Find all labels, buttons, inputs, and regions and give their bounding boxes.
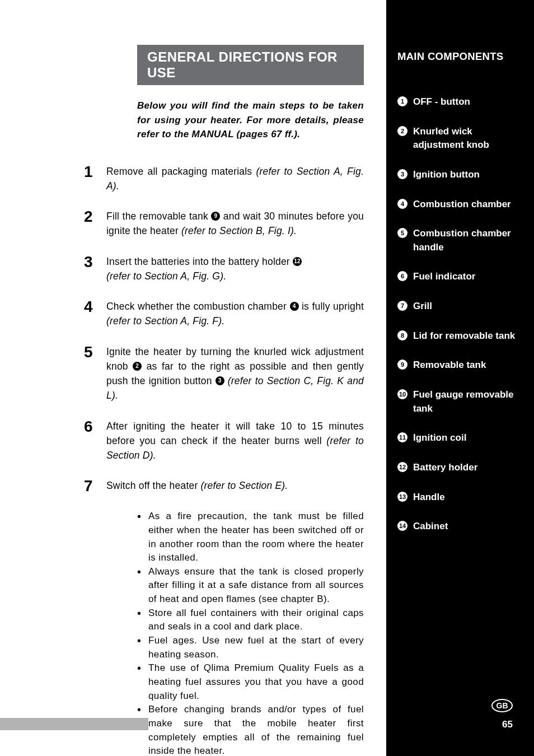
step-4: 4 Check whether the combustion chamber 4… [84, 299, 364, 329]
precaution-item: • Always ensure that the tank is closed … [137, 565, 364, 606]
step-text: Switch off the heater (refer to Section … [106, 478, 364, 493]
step-number: 2 [84, 209, 106, 225]
precaution-item: • As a fire precaution, the tank must be… [137, 510, 364, 565]
component-number-icon: 5 [397, 228, 407, 238]
step-5: 5 Ignite the heater by turning the knurl… [84, 344, 364, 403]
component-item: 10 Fuel gauge removable tank [397, 388, 517, 416]
component-number-icon: 3 [397, 169, 407, 179]
bullet-icon: • [137, 634, 148, 661]
circled-ref-icon: 9 [211, 212, 220, 221]
component-item: 13 Handle [397, 491, 517, 505]
circled-ref-icon: 3 [216, 376, 224, 385]
component-item: 11 Ignition coil [397, 431, 517, 445]
sidebar-title: MAIN COMPONENTS [397, 50, 517, 63]
step-number: 4 [84, 299, 106, 315]
component-number-icon: 10 [397, 389, 407, 399]
step-1: 1 Remove all packaging materials (refer … [84, 164, 364, 194]
step-text: After igniting the heater it will take 1… [106, 419, 364, 463]
intro-paragraph: Below you will find the main steps to be… [137, 99, 364, 142]
component-number-icon: 12 [397, 462, 407, 472]
page-number: 65 [502, 719, 513, 730]
step-text: Insert the batteries into the battery ho… [106, 254, 364, 284]
component-item: 2 Knurled wick adjustment knob [397, 125, 517, 152]
circled-ref-icon: 4 [290, 302, 299, 311]
bullet-icon: • [137, 606, 148, 634]
component-number-icon: 1 [397, 96, 407, 106]
precaution-item: • The use of Qlima Premium Quality Fuels… [137, 661, 364, 703]
precaution-item: • Before changing brands and/or types of… [137, 703, 364, 756]
component-item: 6 Fuel indicator [397, 270, 517, 284]
step-text: Ignite the heater by turning the knurled… [106, 344, 364, 403]
component-item: 5 Combustion chamber handle [397, 227, 517, 254]
bullet-icon: • [137, 510, 148, 565]
component-number-icon: 13 [397, 492, 407, 502]
circled-ref-icon: 12 [293, 257, 302, 266]
step-text: Remove all packaging materials (refer to… [106, 164, 364, 194]
component-number-icon: 2 [397, 126, 407, 136]
step-number: 5 [84, 344, 106, 360]
component-item: 8 Lid for removable tank [397, 329, 517, 343]
footer-bar [0, 718, 148, 730]
component-number-icon: 8 [397, 330, 407, 340]
bullet-icon: • [137, 661, 148, 703]
component-item: 9 Removable tank [397, 358, 517, 372]
circled-ref-icon: 2 [133, 362, 142, 371]
component-number-icon: 14 [397, 521, 407, 531]
component-number-icon: 9 [397, 360, 407, 370]
precaution-item: • Fuel ages. Use new fuel at the start o… [137, 634, 364, 661]
component-item: 1 OFF - button [397, 95, 517, 109]
section-title: GENERAL DIRECTIONS FOR USE [137, 45, 364, 85]
step-text: Fill the removable tank 9 and wait 30 mi… [106, 209, 364, 239]
step-7: 7 Switch off the heater (refer to Sectio… [84, 478, 364, 494]
component-item: 7 Grill [397, 300, 517, 314]
steps-list: 1 Remove all packaging materials (refer … [84, 164, 364, 494]
component-number-icon: 4 [397, 199, 407, 209]
bullet-icon: • [137, 565, 148, 606]
precautions-block: • As a fire precaution, the tank must be… [137, 510, 364, 756]
component-number-icon: 6 [397, 271, 407, 281]
component-number-icon: 11 [397, 432, 407, 442]
step-number: 1 [84, 164, 106, 180]
step-number: 7 [84, 478, 106, 494]
step-text: Check whether the combustion chamber 4 i… [106, 299, 364, 329]
step-number: 3 [84, 254, 106, 270]
step-2: 2 Fill the removable tank 9 and wait 30 … [84, 209, 364, 239]
language-badge: GB [491, 699, 513, 712]
component-item: 4 Combustion chamber [397, 198, 517, 212]
component-item: 3 Ignition button [397, 168, 517, 182]
step-number: 6 [84, 419, 106, 435]
component-item: 12 Battery holder [397, 461, 517, 475]
component-number-icon: 7 [397, 301, 407, 311]
precaution-item: • Store all fuel containers with their o… [137, 606, 364, 634]
step-3: 3 Insert the batteries into the battery … [84, 254, 364, 284]
component-item: 14 Cabinet [397, 520, 517, 534]
components-list: 1 OFF - button 2 Knurled wick adjustment… [397, 95, 517, 534]
step-6: 6 After igniting the heater it will take… [84, 419, 364, 463]
